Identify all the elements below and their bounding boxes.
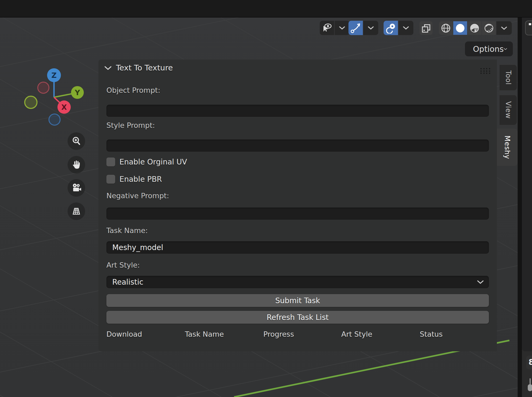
gizmo-minus-x-ball[interactable] <box>38 82 49 93</box>
enable-pbr-checkbox[interactable] <box>106 175 115 184</box>
right-editor-clipped-button-2[interactable]: 8 <box>526 356 532 369</box>
tab-tool[interactable]: Tool <box>500 65 517 91</box>
task-name-label: Task Name: <box>106 226 148 235</box>
proportional-edit-dropdown[interactable] <box>348 21 378 35</box>
col-task-name: Task Name <box>185 330 224 338</box>
chevron-down-icon[interactable] <box>335 21 350 35</box>
negative-prompt-label: Negative Prompt: <box>106 192 169 200</box>
text-to-texture-panel: Text To Texture Object Prompt: Style Pro… <box>98 60 497 351</box>
pin-icon <box>530 378 531 385</box>
col-progress: Progress <box>263 330 294 338</box>
enable-original-uv-row: Enable Orginal UV <box>106 157 187 166</box>
solid-shading-icon[interactable] <box>453 21 467 35</box>
selectability-icon[interactable] <box>320 21 334 35</box>
zoom-button[interactable] <box>68 132 85 150</box>
chevron-down-icon <box>477 280 484 284</box>
negative-prompt-input[interactable] <box>106 208 489 220</box>
panel-title[interactable]: Text To Texture <box>116 63 173 72</box>
wireframe-shading-icon[interactable] <box>439 21 453 35</box>
clipped-glyph: 8 <box>529 357 532 367</box>
rendered-shading-icon[interactable] <box>482 21 496 35</box>
refresh-task-list-button[interactable]: Refresh Task List <box>106 311 489 324</box>
snap-rotate-dropdown[interactable] <box>384 21 413 35</box>
snap-rotate-icon[interactable] <box>384 21 398 35</box>
overlays-icon[interactable] <box>419 21 433 35</box>
viewport-shading-group <box>439 21 512 35</box>
blender-window: Options Z Y X <box>0 0 532 397</box>
col-art-style: Art Style <box>341 330 372 338</box>
options-label: Options <box>473 44 504 54</box>
gizmo-x-label: X <box>61 103 67 111</box>
enable-original-uv-label: Enable Orginal UV <box>119 158 187 166</box>
camera-icon <box>71 183 82 193</box>
panel-drag-handle-icon[interactable] <box>480 68 492 75</box>
task-name-input[interactable] <box>106 241 489 254</box>
style-prompt-input[interactable] <box>106 140 489 152</box>
art-style-select[interactable]: Realistic <box>106 276 489 288</box>
selectability-dropdown[interactable] <box>320 21 350 35</box>
art-style-value: Realistic <box>112 278 143 286</box>
gizmo-minus-z-ball[interactable] <box>49 114 60 125</box>
col-status: Status <box>420 330 443 338</box>
enable-pbr-label: Enable PBR <box>119 175 162 184</box>
navigation-gizmo[interactable]: Z Y X <box>21 65 84 126</box>
magnifier-plus-icon <box>71 136 81 146</box>
top-menu-bar <box>0 0 532 18</box>
clipped-icon <box>529 23 531 25</box>
options-button[interactable]: Options <box>465 41 513 56</box>
chevron-down-icon[interactable] <box>363 21 378 35</box>
tab-meshy[interactable]: Meshy <box>497 129 518 166</box>
pin-icon <box>528 384 532 391</box>
material-preview-icon[interactable] <box>468 21 481 35</box>
chevron-down-icon[interactable] <box>398 21 413 35</box>
enable-pbr-row: Enable PBR <box>106 175 162 184</box>
gizmo-z-label: Z <box>51 71 57 79</box>
task-table-header: Download Task Name Progress Art Style St… <box>98 330 497 342</box>
col-download: Download <box>106 330 142 338</box>
panel-collapse-chevron-icon[interactable] <box>104 66 112 70</box>
gizmo-y-label: Y <box>74 88 80 97</box>
chevron-down-icon <box>504 47 507 51</box>
chevron-down-icon[interactable] <box>496 21 512 35</box>
pan-button[interactable] <box>68 156 85 174</box>
grid-icon <box>71 206 82 217</box>
editor-divider[interactable] <box>518 18 522 397</box>
hand-icon <box>71 160 81 170</box>
right-editor-clipped-button[interactable] <box>525 20 532 35</box>
submit-task-button[interactable]: Submit Task <box>106 294 489 307</box>
proportional-edit-icon[interactable] <box>348 21 363 35</box>
right-editor-edge <box>522 18 532 397</box>
style-prompt-label: Style Prompt: <box>106 121 155 129</box>
object-prompt-input[interactable] <box>106 105 489 117</box>
art-style-label: Art Style: <box>106 261 140 269</box>
enable-original-uv-checkbox[interactable] <box>106 158 115 166</box>
gizmo-minus-y-ball[interactable] <box>25 96 37 108</box>
perspective-toggle-button[interactable] <box>68 202 85 220</box>
tab-view[interactable]: View <box>500 95 517 125</box>
camera-view-button[interactable] <box>68 179 85 197</box>
object-prompt-label: Object Prompt: <box>106 86 160 94</box>
